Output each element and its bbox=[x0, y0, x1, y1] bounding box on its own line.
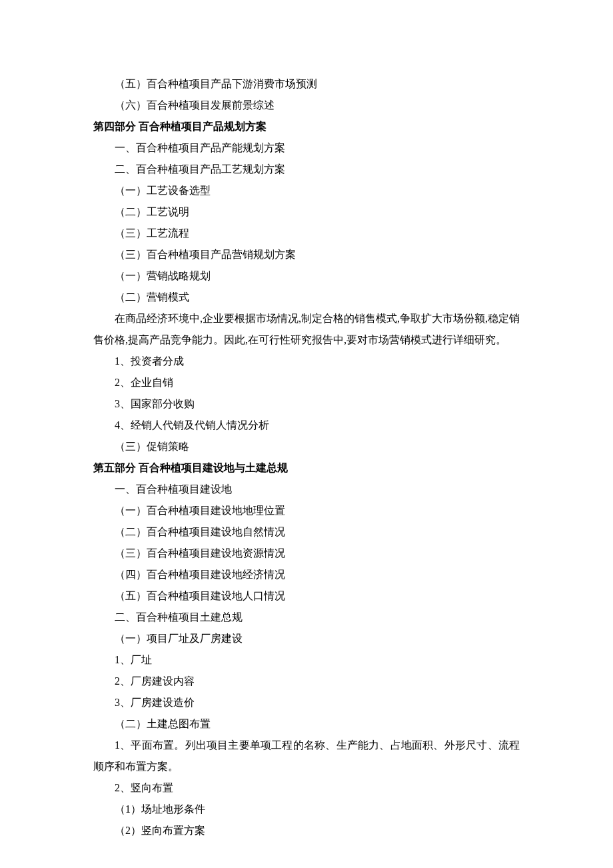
toc-item: （三）促销策略 bbox=[93, 436, 520, 457]
toc-item: 2、企业自销 bbox=[93, 372, 520, 393]
toc-item: 4、经销人代销及代销人情况分析 bbox=[93, 415, 520, 436]
toc-item: （一）营销战略规划 bbox=[93, 265, 520, 287]
toc-item: （二）百合种植项目建设地自然情况 bbox=[93, 521, 520, 543]
toc-item: （1）场址地形条件 bbox=[93, 799, 520, 820]
toc-item: 1、厂址 bbox=[93, 649, 520, 671]
toc-item: （五）百合种植项目建设地人口情况 bbox=[93, 585, 520, 607]
toc-item: 2、厂房建设内容 bbox=[93, 671, 520, 692]
toc-item: 3、厂房建设造价 bbox=[93, 692, 520, 713]
toc-item: （三）百合种植项目建设地资源情况 bbox=[93, 543, 520, 564]
toc-item: （四）百合种植项目建设地经济情况 bbox=[93, 564, 520, 585]
document-page: （五）百合种植项目产品下游消费市场预测 （六）百合种植项目发展前景综述 第四部分… bbox=[0, 0, 613, 868]
section-heading-part4: 第四部分 百合种植项目产品规划方案 bbox=[93, 116, 520, 137]
toc-item: （一）百合种植项目建设地地理位置 bbox=[93, 500, 520, 521]
toc-item: （一）工艺设备选型 bbox=[93, 180, 520, 201]
toc-item: （六）百合种植项目发展前景综述 bbox=[93, 95, 520, 116]
toc-item: （二）工艺说明 bbox=[93, 201, 520, 223]
toc-item: （二）土建总图布置 bbox=[93, 713, 520, 735]
toc-item: 2、竖向布置 bbox=[93, 777, 520, 799]
section-heading-part5: 第五部分 百合种植项目建设地与土建总规 bbox=[93, 457, 520, 479]
toc-item: 3、国家部分收购 bbox=[93, 393, 520, 415]
toc-item: （二）营销模式 bbox=[93, 287, 520, 308]
body-paragraph: 1、平面布置。列出项目主要单项工程的名称、生产能力、占地面积、外形尺寸、流程顺序… bbox=[93, 735, 520, 777]
toc-item: （五）百合种植项目产品下游消费市场预测 bbox=[93, 73, 520, 95]
toc-item: （2）竖向布置方案 bbox=[93, 820, 520, 841]
toc-item: （三）百合种植项目产品营销规划方案 bbox=[93, 244, 520, 265]
body-paragraph: 在商品经济环境中,企业要根据市场情况,制定合格的销售模式,争取扩大市场份额,稳定… bbox=[93, 308, 520, 351]
toc-item: 二、百合种植项目产品工艺规划方案 bbox=[93, 159, 520, 180]
toc-item: （三）工艺流程 bbox=[93, 223, 520, 244]
toc-item: 一、百合种植项目产品产能规划方案 bbox=[93, 137, 520, 159]
toc-item: 二、百合种植项目土建总规 bbox=[93, 607, 520, 628]
toc-item: 1、投资者分成 bbox=[93, 351, 520, 372]
toc-item: （一）项目厂址及厂房建设 bbox=[93, 628, 520, 649]
toc-item: 一、百合种植项目建设地 bbox=[93, 479, 520, 500]
